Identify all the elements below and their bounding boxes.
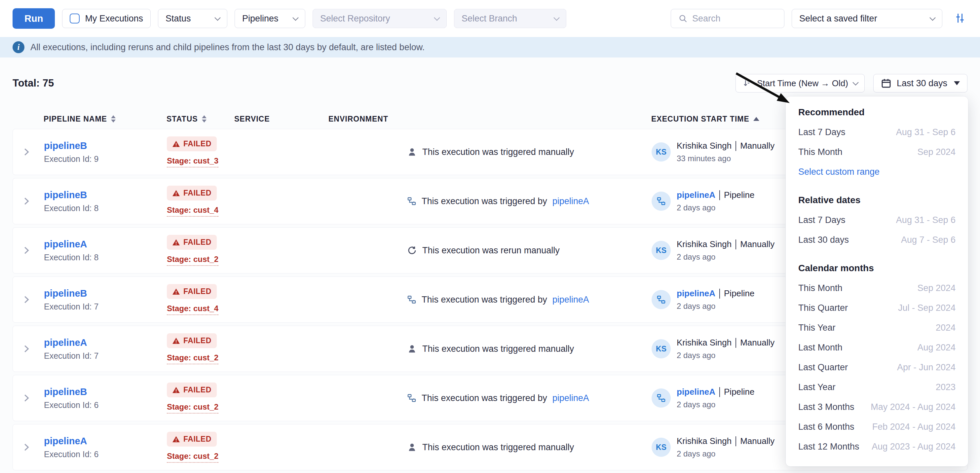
status-cell: FAILED Stage: cust_2 [159, 235, 227, 266]
date-menu-item-label: Last Month [798, 343, 843, 353]
row-expander-button[interactable] [13, 393, 36, 403]
row-expander-button[interactable] [13, 344, 36, 354]
status-badge: FAILED [167, 432, 217, 447]
failed-stage-link[interactable]: Stage: cust_4 [167, 304, 218, 315]
sort-ascending-icon [753, 117, 759, 121]
trigger-message: This execution was triggered manually [422, 344, 574, 354]
pipeline-name-link[interactable]: pipelineA [44, 436, 87, 447]
failed-stage-link[interactable]: Stage: cust_2 [167, 353, 218, 364]
pipeline-name-cell: pipelineA Execution Id: 6 [36, 436, 159, 459]
pipelines-filter-dropdown[interactable]: Pipelines [235, 9, 305, 28]
trigger-message: This execution was triggered by [422, 196, 547, 206]
date-menu-item-recommended-last-7-days[interactable]: Last 7 DaysAug 31 - Sep 6 [798, 122, 956, 142]
caret-down-icon [954, 81, 960, 85]
date-menu-item-label: Last 7 Days [798, 215, 846, 225]
date-range-button[interactable]: Last 30 days [873, 74, 967, 92]
search-input[interactable] [692, 13, 777, 24]
trigger-pipeline-link[interactable]: pipelineA [552, 393, 589, 403]
row-expander-button[interactable] [13, 245, 36, 256]
failed-stage-link[interactable]: Stage: cust_4 [167, 205, 218, 217]
date-range-label: Last 30 days [897, 78, 947, 89]
row-expander-button[interactable] [13, 442, 36, 452]
column-label: PIPELINE NAME [44, 114, 107, 124]
search-box[interactable] [671, 9, 784, 28]
separator [719, 289, 720, 298]
pipeline-name-link[interactable]: pipelineA [44, 239, 87, 250]
row-expander-button[interactable] [13, 196, 36, 206]
pipeline-avatar [652, 192, 671, 211]
date-menu-item-value: 2023 [936, 382, 956, 392]
failed-stage-link[interactable]: Stage: cust_2 [167, 402, 218, 414]
date-menu-item-calendar-months-last-6-months[interactable]: Last 6 MonthsFeb 2024 - Aug 2024 [798, 417, 956, 436]
date-menu-item-value: Sep 2024 [917, 283, 956, 293]
starter-pipeline-link[interactable]: pipelineA [677, 288, 715, 298]
date-menu-item-calendar-months-last-year[interactable]: Last Year2023 [798, 377, 956, 397]
row-expander-button[interactable] [13, 147, 36, 157]
starter-line: Krishika Singh Krishika Singh Manually [677, 436, 775, 446]
select-branch-dropdown[interactable]: Select Branch [454, 9, 566, 28]
column-header-pipeline-name[interactable]: PIPELINE NAME [36, 114, 159, 124]
column-header-status[interactable]: STATUS [159, 114, 226, 124]
chevron-down-icon [853, 79, 858, 85]
select-repository-dropdown[interactable]: Select Repository [313, 9, 447, 28]
row-expander-button[interactable] [13, 295, 36, 305]
failed-stage-link[interactable]: Stage: cust_3 [167, 156, 218, 167]
warning-triangle-icon [172, 140, 180, 148]
my-executions-toggle[interactable]: My Executions [62, 9, 151, 28]
status-badge: FAILED [167, 186, 217, 200]
saved-filter-dropdown[interactable]: Select a saved filter [792, 9, 942, 28]
pipeline-name-link[interactable]: pipelineB [44, 386, 87, 397]
trigger-pipeline-link[interactable]: pipelineA [552, 196, 589, 206]
date-menu-item-recommended-this-month[interactable]: This MonthSep 2024 [798, 142, 956, 162]
saved-filter-label: Select a saved filter [799, 14, 877, 24]
date-menu-item-calendar-months-last-quarter[interactable]: Last QuarterApr - Jun 2024 [798, 357, 956, 377]
date-menu-item-calendar-months-this-month[interactable]: This MonthSep 2024 [798, 278, 956, 298]
date-menu-item-recommended-select-custom-range[interactable]: Select custom range [798, 162, 956, 182]
date-menu-item-value: 2024 [936, 323, 956, 333]
status-badge: FAILED [167, 284, 217, 299]
status-filter-dropdown[interactable]: Status [158, 9, 228, 28]
failed-stage-link[interactable]: Stage: cust_2 [167, 452, 218, 463]
separator [719, 387, 720, 397]
filter-settings-button[interactable] [951, 10, 967, 27]
date-menu-item-calendar-months-this-quarter[interactable]: This QuarterJul - Sep 2024 [798, 298, 956, 318]
date-menu-item-calendar-months-last-3-months[interactable]: Last 3 MonthsMay 2024 - Aug 2024 [798, 397, 956, 417]
status-badge: FAILED [167, 383, 217, 397]
sort-order-dropdown[interactable]: Start Time (New → Old) [735, 74, 865, 92]
child-pipeline-icon [407, 197, 416, 206]
status-cell: FAILED Stage: cust_2 [159, 432, 227, 463]
pipeline-name-link[interactable]: pipelineB [44, 288, 87, 299]
date-menu-item-label: This Month [798, 283, 843, 293]
trigger-message: This execution was triggered manually [422, 147, 574, 157]
warning-triangle-icon [172, 189, 180, 197]
status-badge: FAILED [167, 235, 217, 250]
pipeline-name-link[interactable]: pipelineA [44, 337, 87, 348]
chevron-down-icon [215, 14, 220, 21]
run-button[interactable]: Run [13, 8, 55, 29]
pipeline-avatar [652, 290, 671, 309]
date-menu-item-relative-dates-last-7-days[interactable]: Last 7 DaysAug 31 - Sep 6 [798, 210, 956, 230]
chevron-right-icon [21, 442, 31, 452]
trigger-pipeline-link[interactable]: pipelineA [552, 295, 589, 305]
my-executions-checkbox[interactable] [70, 14, 80, 24]
starter-pipeline-link[interactable]: pipelineA [677, 387, 715, 397]
pipeline-name-link[interactable]: pipelineB [44, 190, 87, 200]
date-menu-item-label: This Year [798, 323, 835, 333]
date-menu-section-calendar-months: Calendar monthsThis MonthSep 2024This Qu… [798, 258, 956, 457]
info-banner-message: All executions, including reruns and chi… [30, 42, 425, 52]
date-menu-item-calendar-months-last-month[interactable]: Last MonthAug 2024 [798, 338, 956, 357]
starter-name: Krishika Singh [677, 141, 732, 151]
status-label: FAILED [183, 435, 212, 444]
starter-pipeline-link[interactable]: pipelineA [677, 190, 715, 200]
pipeline-name-link[interactable]: pipelineB [44, 140, 87, 151]
column-header-environment: ENVIRONMENT [320, 114, 399, 124]
date-menu-section-header: Calendar months [798, 258, 956, 278]
failed-stage-link[interactable]: Stage: cust_2 [167, 255, 218, 266]
status-label: FAILED [183, 336, 212, 345]
starter-detail: Manually [740, 141, 775, 151]
date-menu-item-calendar-months-this-year[interactable]: This Year2024 [798, 318, 956, 338]
date-menu-item-calendar-months-last-12-months[interactable]: Last 12 MonthsAug 2023 - Aug 2024 [798, 436, 956, 457]
date-menu-item-value: Sep 2024 [917, 147, 956, 157]
date-menu-item-relative-dates-last-30-days[interactable]: Last 30 daysAug 7 - Sep 6 [798, 230, 956, 250]
pipelines-filter-label: Pipelines [242, 14, 278, 24]
